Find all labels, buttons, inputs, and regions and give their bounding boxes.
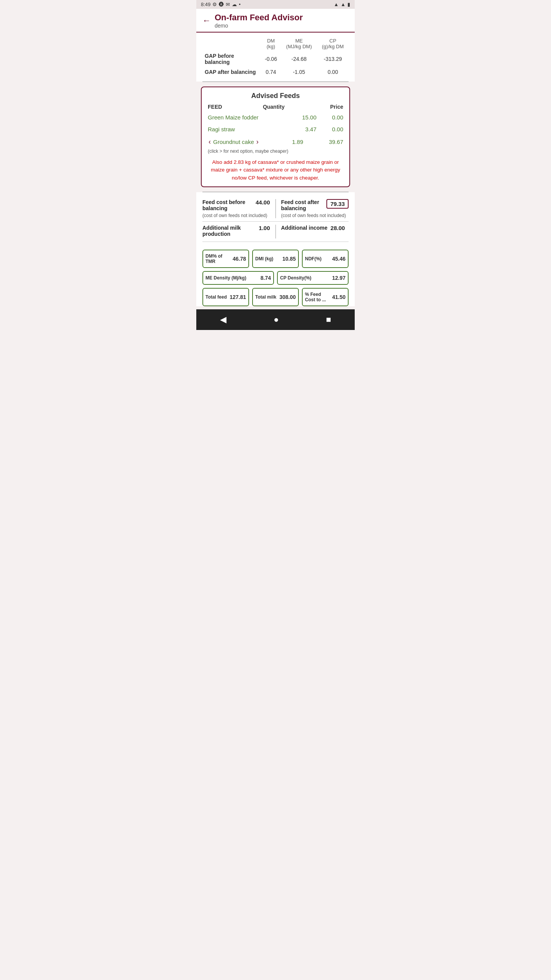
prev-feed-button[interactable]: ‹	[208, 138, 212, 146]
feed-name-1: Green Maize fodder	[208, 114, 286, 121]
costs-col-divider-2	[276, 225, 276, 238]
metric-feed-cost-pct: % Feed Cost to ... 41.50	[302, 288, 349, 306]
feed-cost-pct-value: 41.50	[332, 294, 346, 300]
status-left: 8:49 ⚙ 🅐 ✉ ☁ •	[201, 2, 241, 7]
metric-dmi: DMI (kg) 10.85	[252, 250, 299, 268]
total-feed-value: 127.81	[230, 294, 246, 300]
app-header: ← On-farm Feed Advisor demo	[196, 9, 355, 33]
divider	[202, 82, 349, 82]
back-button[interactable]: ←	[202, 16, 211, 26]
cloud-icon: ☁	[232, 2, 237, 7]
metric-total-milk: Total milk 308.00	[252, 288, 299, 306]
feed-qty-1: 15.00	[286, 114, 316, 121]
advised-feeds-section: Advised Feeds FEED Quantity Price Green …	[201, 87, 350, 187]
signal-icon: ▲	[341, 2, 346, 7]
advised-feeds-title: Advised Feeds	[205, 92, 346, 100]
feed-cost-after-value: 79.33	[326, 199, 349, 209]
gap-table: DM(kg) ME(MJ/kg DM) CP(g)/kg DM GAP befo…	[196, 33, 355, 82]
additional-milk-label: Additional milk production	[202, 225, 256, 237]
feed-name-2: Ragi straw	[208, 126, 286, 132]
additional-milk-value: 1.00	[259, 225, 270, 231]
quantity-col-header: Quantity	[254, 104, 285, 110]
header-text: On-farm Feed Advisor demo	[215, 13, 303, 29]
col-header-dm: DM(kg)	[261, 36, 281, 51]
status-time: 8:49	[201, 2, 210, 7]
status-right: ▲ ▲ ▮	[334, 2, 350, 7]
gap-before-label: GAP before balancing	[202, 51, 261, 67]
feed-nav: ‹ Groundnut cake ›	[208, 138, 259, 146]
ndf-label: NDF(%)	[305, 256, 321, 261]
feed-cost-row: Feed cost before balancing 44.00 (cost o…	[202, 196, 349, 222]
price-col-header: Price	[316, 104, 343, 110]
metric-dm-tmr: DM% of TMR 46.78	[202, 250, 249, 268]
metrics-row-3: Total feed 127.81 Total milk 308.00 % Fe…	[202, 288, 349, 306]
feed-price-2: 0.00	[316, 126, 343, 132]
next-feed-button[interactable]: ›	[256, 138, 259, 146]
dmi-value: 10.85	[282, 256, 296, 262]
additional-income-col: Additional income 28.00	[278, 225, 349, 233]
metrics-section: DM% of TMR 46.78 DMI (kg) 10.85 NDF(%) 4…	[196, 246, 355, 306]
feed-cost-after-sublabel: (cost of own feeds not included)	[281, 213, 349, 218]
feed-qty-2: 3.47	[286, 126, 316, 132]
list-item: Ragi straw 3.47 0.00	[205, 123, 346, 135]
nav-bar: ◀ ● ■	[196, 309, 355, 330]
metric-cp-density: CP Density(%) 12.97	[277, 271, 349, 285]
red-note: Also add 2.83 kg of cassava* or crushed …	[205, 156, 346, 182]
additional-milk-col: Additional milk production 1.00	[202, 225, 273, 238]
additional-row: Additional milk production 1.00 Addition…	[202, 222, 349, 242]
app-title: On-farm Feed Advisor	[215, 13, 303, 23]
wifi-icon: ▲	[334, 2, 339, 7]
gap-after-me: -1.05	[281, 67, 317, 77]
costs-section: Feed cost before balancing 44.00 (cost o…	[196, 192, 355, 246]
col-header-cp: CP(g)/kg DM	[317, 36, 349, 51]
me-density-label: ME Density (Mj/kg)	[205, 275, 246, 281]
feed-header-row: FEED Quantity Price	[205, 104, 346, 110]
list-item: ‹ Groundnut cake › 1.89 39.67	[205, 135, 346, 149]
costs-col-divider	[276, 199, 276, 218]
me-density-value: 8.74	[261, 275, 271, 281]
metrics-row-2: ME Density (Mj/kg) 8.74 CP Density(%) 12…	[202, 271, 349, 285]
feed-price-3: 39.67	[316, 139, 343, 145]
feed-cost-before-label: Feed cost before balancing	[202, 199, 253, 211]
feed-col-header: FEED	[208, 104, 222, 110]
nav-home-button[interactable]: ●	[266, 313, 286, 326]
dm-tmr-label: DM% of TMR	[205, 253, 233, 264]
click-hint: (click > for next option, maybe cheaper)	[205, 149, 346, 156]
table-row: GAP after balancing 0.74 -1.05 0.00	[202, 67, 349, 77]
feed-qty-3: 1.89	[272, 139, 303, 145]
accessibility-icon: 🅐	[219, 2, 224, 7]
mail-icon: ✉	[226, 2, 230, 7]
metric-total-feed: Total feed 127.81	[202, 288, 249, 306]
col-header-label	[202, 36, 261, 51]
col-header-me: ME(MJ/kg DM)	[281, 36, 317, 51]
feed-cost-before-value: 44.00	[256, 199, 270, 206]
battery-icon: ▮	[347, 2, 350, 7]
gap-after-dm: 0.74	[261, 67, 281, 77]
feed-cost-before-sublabel: (cost of own feeds not included)	[202, 213, 270, 218]
total-feed-label: Total feed	[205, 294, 227, 300]
metric-ndf: NDF(%) 45.46	[302, 250, 349, 268]
nav-back-button[interactable]: ◀	[212, 313, 234, 326]
cp-density-value: 12.97	[332, 275, 346, 281]
metric-me-density: ME Density (Mj/kg) 8.74	[202, 271, 274, 285]
gap-after-label: GAP after balancing	[202, 67, 261, 77]
list-item: Green Maize fodder 15.00 0.00	[205, 111, 346, 123]
feed-price-1: 0.00	[316, 114, 343, 121]
status-bar: 8:49 ⚙ 🅐 ✉ ☁ • ▲ ▲ ▮	[196, 0, 355, 9]
feed-name-3: Groundnut cake	[213, 139, 254, 145]
ndf-value: 45.46	[332, 256, 346, 262]
feed-cost-after-label: Feed cost after balancing	[281, 199, 327, 211]
cp-density-label: CP Density(%)	[280, 275, 311, 281]
table-row: GAP before balancing -0.06 -24.68 -313.2…	[202, 51, 349, 67]
gap-before-cp: -313.29	[317, 51, 349, 67]
total-milk-label: Total milk	[255, 294, 276, 300]
feed-cost-pct-label: % Feed Cost to ...	[305, 292, 332, 302]
additional-income-value: 28.00	[331, 225, 345, 231]
dmi-label: DMI (kg)	[255, 256, 273, 261]
additional-income-label: Additional income	[281, 225, 328, 231]
metrics-row-1: DM% of TMR 46.78 DMI (kg) 10.85 NDF(%) 4…	[202, 250, 349, 268]
dot-icon: •	[239, 2, 241, 7]
nav-recent-button[interactable]: ■	[318, 313, 339, 326]
app-subtitle: demo	[215, 23, 303, 29]
settings-icon: ⚙	[212, 2, 217, 7]
